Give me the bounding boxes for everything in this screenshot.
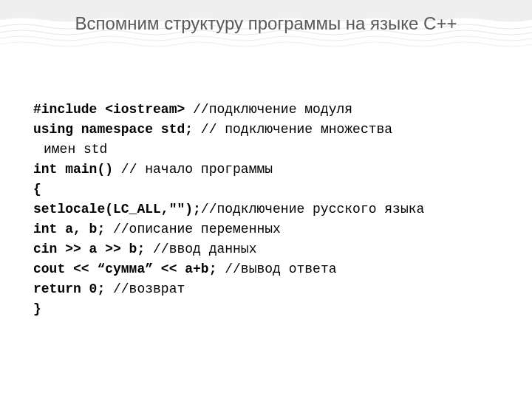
code-keyword: setlocale(LC_ALL,""); [33,202,201,216]
code-comment: //ввод данных [145,242,256,256]
code-line-8: cout << “сумма” << a+b; //вывод ответа [33,259,506,279]
code-brace: } [33,301,41,316]
code-comment: //подключение модуля [185,102,352,117]
code-keyword: #include <iostream> [33,102,185,117]
code-comment: //возврат [105,282,185,296]
slide-title: Вспомним структуру программы на языке С+… [0,13,532,34]
code-line-1: #include <iostream> //подключение модуля [33,100,506,120]
code-comment: // подключение множества [193,122,392,137]
code-keyword: int main() [33,162,113,177]
code-line-6: int a, b; //описание переменных [33,219,506,239]
code-comment: //подключение русского языка [201,202,424,216]
code-brace: { [33,182,41,197]
code-line-9: return 0; //возврат [33,279,506,299]
code-keyword: cout << “сумма” << a+b; [33,262,216,276]
code-keyword: cin >> a >> b; [33,242,145,256]
code-line-4: { [33,180,506,200]
code-keyword: using namespace std; [33,122,193,137]
code-comment-cont: имен std [33,140,506,160]
code-line-2: using namespace std; // подключение множ… [33,120,506,160]
code-line-10: } [33,299,506,319]
code-comment: //описание переменных [105,222,281,236]
code-keyword: int a, b; [33,222,105,236]
code-line-7: cin >> a >> b; //ввод данных [33,239,506,259]
code-comment: //вывод ответа [216,262,336,276]
code-block: #include <iostream> //подключение модуля… [33,100,506,319]
code-line-5: setlocale(LC_ALL,"");//подключение русск… [33,200,506,219]
slide: Вспомним структуру программы на языке С+… [0,0,532,399]
code-line-3: int main() // начало программы [33,160,506,180]
code-comment: // начало программы [113,162,273,177]
code-keyword: return 0; [33,282,105,296]
